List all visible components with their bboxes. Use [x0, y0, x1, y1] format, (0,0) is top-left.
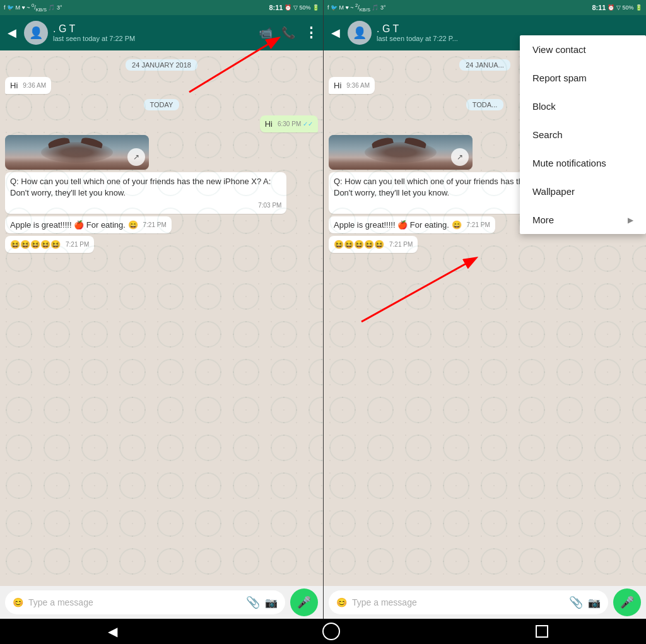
msg-time: 7:21 PM	[467, 221, 490, 228]
msg-text: Hi	[334, 81, 341, 90]
attach-icon-left[interactable]: 📎	[246, 595, 260, 609]
menu-search[interactable]: Search	[520, 120, 646, 149]
context-dropdown-menu: View contact Report spam Block Search Mu…	[520, 35, 646, 234]
msg-time: 6:30 PM ✓✓	[278, 120, 313, 127]
camera-icon-right[interactable]: 📷	[588, 597, 601, 609]
video-call-icon[interactable]: 📹	[259, 26, 273, 40]
input-placeholder-left[interactable]: Type a message	[28, 597, 241, 607]
menu-block[interactable]: Block	[520, 92, 646, 120]
cat-image-right	[329, 135, 473, 170]
mic-button-left[interactable]: 🎤	[290, 588, 318, 616]
msg-time: 7:03 PM	[258, 201, 281, 210]
message-input-right[interactable]: 😊 Type a message 📎 📷	[329, 590, 608, 614]
msg-iphone-left: Q: How can you tell which one of your fr…	[5, 172, 286, 214]
menu-more[interactable]: More ▶	[520, 206, 646, 234]
status-app-icons: f 🐦 M ♥ ~ 0/KB/S 🎵 3°	[4, 3, 62, 13]
date-badge-right: 24 JANUA...	[459, 59, 510, 71]
msg-text: Apple is great!!!!! 🍎 For eating. 😄	[10, 220, 138, 230]
menu-mute-notifications[interactable]: Mute notifications	[520, 149, 646, 177]
msg-emojis-left: 😆😆😆😆😆 7:21 PM	[5, 236, 94, 253]
date-badge-left: 24 JANUARY 2018	[126, 59, 197, 71]
today-badge-left: TODAY	[144, 99, 180, 110]
emoji-picker-icon[interactable]: 😊	[13, 597, 23, 607]
share-button-left[interactable]: ↗	[127, 148, 145, 166]
status-left-icons: f 🐦 M ♥ ~ 0/KB/S 🎵 3°	[4, 3, 62, 13]
menu-wallpaper[interactable]: Wallpaper	[520, 177, 646, 206]
msg-text: Hi	[265, 119, 273, 129]
avatar-left: 👤	[24, 21, 48, 45]
contact-name-left: . G T	[53, 23, 254, 35]
status-bar-right: f 🐦 M ♥ ~ 2/KB/S 🎵 3° 8:11 ⏰ ▽ 50% 🔋	[324, 0, 646, 15]
menu-item-label: Search	[532, 129, 563, 140]
msg-text: Hi	[10, 81, 18, 90]
nav-back-button[interactable]: ◀	[98, 621, 127, 641]
camera-icon-left[interactable]: 📷	[265, 597, 278, 609]
menu-item-label: Block	[532, 101, 556, 112]
status-app-icons-right: f 🐦 M ♥ ~ 2/KB/S 🎵 3°	[327, 3, 386, 13]
status-battery: ⏰ ▽ 50% 🔋	[285, 4, 319, 11]
nav-recents-button[interactable]	[536, 625, 548, 638]
contact-status-left: last seen today at 7:22 PM	[53, 35, 254, 42]
menu-item-label: Report spam	[532, 73, 587, 83]
menu-item-label: View contact	[532, 44, 586, 55]
mic-button-right[interactable]: 🎤	[613, 588, 641, 616]
menu-item-label: Mute notifications	[532, 158, 606, 168]
chat-messages-left: 24 JANUARY 2018 Hi 9:36 AM TODAY Hi 6:30…	[0, 50, 323, 586]
message-input-left[interactable]: 😊 Type a message 📎 📷	[5, 590, 285, 614]
menu-item-label: Wallpaper	[532, 186, 575, 197]
msg-text: 😆😆😆😆😆	[10, 240, 61, 249]
status-battery-right: ⏰ ▽ 50% 🔋	[608, 4, 642, 11]
status-right-icons-right: 8:11 ⏰ ▽ 50% 🔋	[592, 4, 642, 11]
chevron-right-icon: ▶	[628, 216, 633, 225]
image-message-left[interactable]: ↗ Cat 😍😍😍😆😂😆😂🐱🐱🐱🐱🐱🐱 6:33 PM	[5, 135, 149, 170]
input-bar-right: 😊 Type a message 📎 📷 🎤	[324, 586, 646, 619]
navigation-bar: ◀	[0, 619, 646, 644]
voice-call-icon[interactable]: 📞	[281, 26, 295, 40]
contact-info-left: . G T last seen today at 7:22 PM	[53, 23, 254, 42]
msg-time: 9:36 AM	[346, 82, 370, 89]
msg-time: 7:21 PM	[66, 241, 89, 248]
status-bar-left: f 🐦 M ♥ ~ 0/KB/S 🎵 3° 8:11 ⏰ ▽ 50% 🔋	[0, 0, 323, 15]
nav-home-button[interactable]	[322, 623, 340, 640]
status-time-right: 8:11	[592, 4, 606, 11]
input-placeholder-right[interactable]: Type a message	[352, 597, 564, 607]
attach-icon-right[interactable]: 📎	[569, 595, 583, 609]
back-button-right[interactable]: ◀	[329, 23, 343, 42]
status-left-icons-right: f 🐦 M ♥ ~ 2/KB/S 🎵 3°	[327, 3, 386, 13]
today-badge-right: TODA...	[466, 99, 504, 110]
msg-hi-sent-left: Hi 6:30 PM ✓✓	[260, 115, 318, 132]
menu-view-contact[interactable]: View contact	[520, 35, 646, 64]
msg-text: 😆😆😆😆😆	[334, 240, 384, 249]
msg-hi-received-left: Hi 9:36 AM	[5, 77, 51, 94]
msg-apple-left: Apple is great!!!!! 🍎 For eating. 😄 7:21…	[5, 216, 172, 233]
share-button-right[interactable]: ↗	[451, 148, 469, 166]
msg-text: Apple is great!!!!! 🍎 For eating. 😄	[334, 220, 462, 230]
avatar-right: 👤	[348, 21, 372, 45]
menu-report-spam[interactable]: Report spam	[520, 64, 646, 92]
cat-image-left	[5, 135, 149, 170]
more-options-icon-left[interactable]: ⋮	[304, 25, 318, 41]
header-actions-left: 📹 📞 ⋮	[259, 25, 318, 41]
msg-apple-right: Apple is great!!!!! 🍎 For eating. 😄 7:21…	[329, 216, 495, 233]
chat-header-left: ◀ 👤 . G T last seen today at 7:22 PM 📹 📞…	[0, 15, 323, 50]
msg-hi-received-right: Hi 9:36 AM	[329, 77, 375, 94]
back-button-left[interactable]: ◀	[5, 23, 19, 42]
image-message-right[interactable]: ↗ Cat 😍😍😍😆😂😆😂🐱🐱🐱🐱🐱🐱 6:33 PM	[329, 135, 473, 170]
menu-item-label: More	[532, 214, 554, 225]
msg-time: 7:21 PM	[143, 221, 167, 228]
msg-emojis-right: 😆😆😆😆😆 7:21 PM	[329, 236, 418, 253]
contact-name-right: . G T	[377, 23, 636, 35]
status-time: 8:11	[269, 4, 283, 11]
msg-text: Q: How can you tell which one of your fr…	[10, 177, 271, 197]
msg-time: 9:36 AM	[23, 82, 46, 89]
status-right-icons: 8:11 ⏰ ▽ 50% 🔋	[269, 4, 319, 11]
input-bar-left: 😊 Type a message 📎 📷 🎤	[0, 586, 323, 619]
emoji-picker-icon-right[interactable]: 😊	[336, 597, 347, 607]
msg-time: 7:21 PM	[389, 241, 413, 248]
